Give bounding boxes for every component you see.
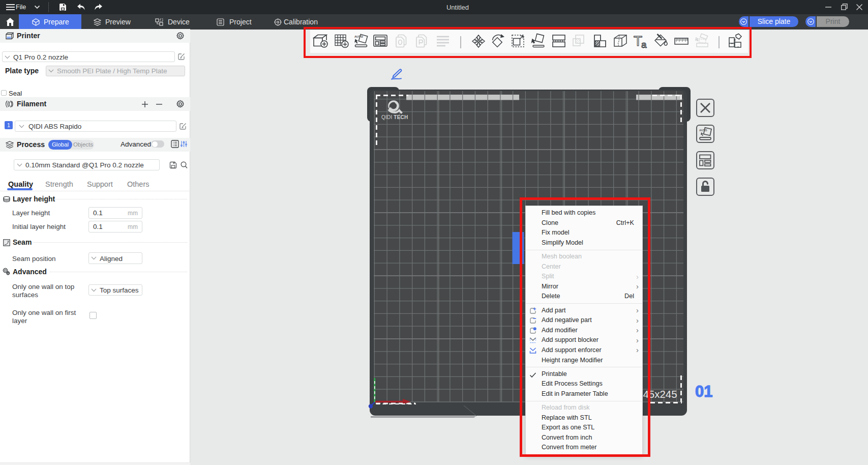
svg-text:QIDI TECH: QIDI TECH (381, 114, 408, 120)
svg-text:AUTO: AUTO (699, 129, 707, 132)
